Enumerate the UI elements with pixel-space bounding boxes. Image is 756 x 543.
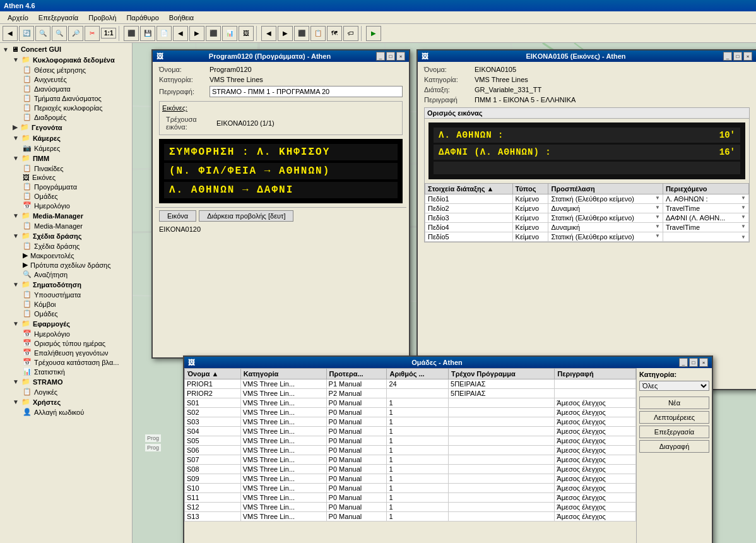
sidebar-item-templates[interactable]: ▶ Πρότυπα σχεδίων δράσης — [0, 260, 132, 270]
toolbar-btn6[interactable]: ⬛ — [206, 26, 221, 41]
dropdown-arrow-icon[interactable]: ▼ — [741, 214, 746, 220]
tab-duration[interactable]: Διάρκεια προβολής [δευτ] — [199, 210, 293, 222]
dropdown-arrow-icon[interactable]: ▼ — [655, 195, 660, 201]
groups-table-row[interactable]: PRIOR2VMS Three Lin...P2 Manual5ΠΕΙΡΑΙΑΣ — [185, 389, 636, 398]
dropdown-arrow-icon[interactable]: ▼ — [741, 205, 746, 210]
toolbar-ratio[interactable]: 1:1 — [101, 28, 116, 39]
groups-col-description[interactable]: Περιγραφή — [555, 369, 636, 379]
sidebar-item-routes[interactable]: 📋 Διαδρομές — [0, 112, 132, 122]
sidebar-item-search[interactable]: 🔍 Αναζήτηση — [0, 270, 132, 279]
groups-table-row[interactable]: S09VMS Three Lin...P0 Manual1Άμεσος έλεγ… — [185, 474, 636, 484]
sidebar-item-media-manager[interactable]: 📋 Media-Manager — [0, 221, 132, 230]
toolbar-cut[interactable]: ✂ — [85, 26, 100, 41]
sidebar-item-cameras[interactable]: 📷 Κάμερες — [0, 143, 132, 153]
sidebar-item-images[interactable]: 🖼 Εικόνες — [0, 173, 132, 182]
groups-close[interactable]: × — [699, 358, 708, 367]
program-close[interactable]: × — [396, 52, 405, 61]
dropdown-arrow-icon[interactable]: ▼ — [655, 214, 660, 220]
toolbar-go[interactable]: ▶ — [366, 26, 381, 41]
tab-image[interactable]: Εικόνα — [159, 210, 196, 222]
menu-file[interactable]: Αρχείο — [3, 13, 33, 23]
toolbar-btn5[interactable]: ▶ — [189, 26, 204, 41]
sidebar-cameras-group[interactable]: ▼ 📁 Κάμερες — [0, 133, 132, 143]
sidebar-item-detectors[interactable]: 📋 Ανιχνευτές — [0, 75, 132, 84]
sidebar-item-vector-sections[interactable]: 📋 Τμήματα Διανύσματος — [0, 93, 132, 103]
toolbar-zoom-out[interactable]: 🔍 — [52, 26, 67, 41]
groups-col-name[interactable]: Όνομα ▲ — [185, 369, 241, 379]
toolbar-btn3[interactable]: 📄 — [157, 26, 172, 41]
sidebar-stramo-group[interactable]: ▼ 📁 STRAMO — [0, 376, 132, 387]
dropdown-arrow-icon[interactable]: ▼ — [655, 205, 660, 210]
toolbar-btn9[interactable]: ◀ — [261, 26, 276, 41]
dropdown-arrow-icon[interactable]: ▼ — [655, 233, 660, 239]
toolbar-btn2[interactable]: 💾 — [140, 26, 155, 41]
groups-table-row[interactable]: S10VMS Three Lin...P0 Manual1Άμεσος έλεγ… — [185, 484, 636, 493]
groups-col-category[interactable]: Κατηγορία — [240, 369, 326, 379]
col-content[interactable]: Περιεχόμενο — [663, 184, 748, 194]
menu-help[interactable]: Βοήθεια — [164, 13, 199, 23]
sidebar-item-day-type[interactable]: 📅 Ορισμός τύπου ημέρας — [0, 338, 132, 348]
sidebar-root[interactable]: ▼ 🖥 Concert GUI — [0, 44, 132, 54]
toolbar-btn8[interactable]: 🖼 — [239, 26, 254, 41]
toolbar-refresh[interactable]: 🔄 — [19, 26, 34, 41]
col-field[interactable]: Στοιχεία διάταξης ▲ — [425, 184, 513, 194]
toolbar-btn7[interactable]: 📊 — [222, 26, 237, 41]
toolbar-btn12[interactable]: 📋 — [310, 26, 326, 41]
groups-table-row[interactable]: S07VMS Three Lin...P0 Manual1Άμεσος έλεγ… — [185, 455, 636, 465]
groups-details-btn[interactable]: Λεπτομέρειες — [639, 411, 709, 424]
groups-table-row[interactable]: S12VMS Three Lin...P0 Manual1Άμεσος έλεγ… — [185, 503, 636, 512]
sidebar-item-programs[interactable]: 📋 Προγράμματα — [0, 182, 132, 191]
program-minimize[interactable]: _ — [376, 52, 385, 61]
sidebar-media-group[interactable]: ▼ 📁 Media-Manager — [0, 210, 132, 221]
toolbar-btn14[interactable]: 🏷 — [343, 26, 358, 41]
program-window-title[interactable]: 🖼 Program0120 (Προγράμματα) - Athen _ □ … — [153, 51, 409, 62]
image-maximize[interactable]: □ — [733, 52, 742, 61]
groups-table-row[interactable]: S08VMS Three Lin...P0 Manual1Άμεσος έλεγ… — [185, 465, 636, 474]
sidebar-item-subsystems[interactable]: 📋 Υποσυστήματα — [0, 290, 132, 299]
program-maximize[interactable]: □ — [386, 52, 395, 61]
sidebar-traffic[interactable]: ▼ 📁 Κυκλοφοριακά δεδομένα — [0, 54, 132, 65]
groups-category-select[interactable]: Όλες — [639, 381, 709, 391]
sidebar-item-macros[interactable]: ▶ Μακροεντολές — [0, 251, 132, 260]
sidebar-item-stats[interactable]: 📊 Στατιστική — [0, 367, 132, 376]
dropdown-arrow-icon[interactable]: ▼ — [741, 234, 746, 240]
sidebar-item-verify-events[interactable]: 📅 Επαλήθευση γεγονότων — [0, 348, 132, 357]
toolbar-back[interactable]: ◀ — [3, 26, 18, 41]
groups-maximize[interactable]: □ — [689, 358, 698, 367]
sidebar-item-calendar-pmm[interactable]: 📅 Ημερολόγιο — [0, 201, 132, 210]
groups-table-row[interactable]: S03VMS Three Lin...P0 Manual1Άμεσος έλεγ… — [185, 417, 636, 427]
sidebar-item-signs[interactable]: 📋 Πινακίδες — [0, 164, 132, 173]
col-type[interactable]: Τύπος — [512, 184, 548, 194]
groups-table-row[interactable]: S02VMS Three Lin...P0 Manual1Άμεσος έλεγ… — [185, 408, 636, 417]
toolbar-search[interactable]: 🔎 — [68, 26, 83, 41]
groups-table-row[interactable]: S11VMS Three Lin...P0 Manual1Άμεσος έλεγ… — [185, 493, 636, 503]
sidebar-events[interactable]: ▶ 📁 Γεγονότα — [0, 122, 132, 133]
dropdown-arrow-icon[interactable]: ▼ — [655, 224, 660, 229]
sidebar-item-calendar-app[interactable]: 📅 Ημερολόγιο — [0, 329, 132, 338]
sidebar-signaling-group[interactable]: ▼ 📁 Σηματοδότηση — [0, 279, 132, 290]
groups-col-program[interactable]: Τρέχον Πρόγραμμα — [449, 369, 555, 379]
groups-table-row[interactable]: S06VMS Three Lin...P0 Manual1Άμεσος έλεγ… — [185, 446, 636, 455]
groups-table-row[interactable]: S05VMS Three Lin...P0 Manual1Άμεσος έλεγ… — [185, 436, 636, 446]
menu-window[interactable]: Παράθυρο — [121, 13, 163, 23]
groups-minimize[interactable]: _ — [679, 358, 688, 367]
groups-table-row[interactable]: S01VMS Three Lin...P0 Manual1Άμεσος έλεγ… — [185, 398, 636, 408]
sidebar-item-areas[interactable]: 📋 Περιοχές κυκλοφορίας — [0, 103, 132, 112]
groups-new-btn[interactable]: Νέα — [639, 397, 709, 409]
sidebar-item-stations[interactable]: 📋 Θέσεις μέτρησης — [0, 65, 132, 75]
groups-table-row[interactable]: PRIOR1VMS Three Lin...P1 Manual245ΠΕΙΡΑΙ… — [185, 379, 636, 389]
groups-delete-btn[interactable]: Διαγραφή — [639, 440, 709, 453]
groups-col-priority[interactable]: Προτερα... — [326, 369, 387, 379]
image-window-title[interactable]: 🖼 EIKONA0105 (Εικόνες) - Athen _ □ × — [418, 51, 756, 62]
toolbar-btn13[interactable]: 🗺 — [327, 26, 342, 41]
sidebar-item-nodes[interactable]: 📋 Κόμβοι — [0, 299, 132, 309]
image-minimize[interactable]: _ — [723, 52, 732, 61]
groups-window-title[interactable]: 🖼 Ομάδες - Athen _ □ × — [184, 357, 712, 368]
toolbar-btn1[interactable]: ⬛ — [124, 26, 139, 41]
sidebar-item-change-password[interactable]: 👤 Αλλαγή κωδικού — [0, 407, 132, 417]
sidebar-item-vectors[interactable]: 📋 Διανύσματα — [0, 84, 132, 93]
sidebar-apps-group[interactable]: ▼ 📁 Εφαρμογές — [0, 318, 132, 329]
toolbar-btn4[interactable]: ◀ — [173, 26, 188, 41]
menu-edit[interactable]: Επεξεργασία — [33, 13, 83, 23]
toolbar-zoom-in[interactable]: 🔍 — [35, 26, 50, 41]
